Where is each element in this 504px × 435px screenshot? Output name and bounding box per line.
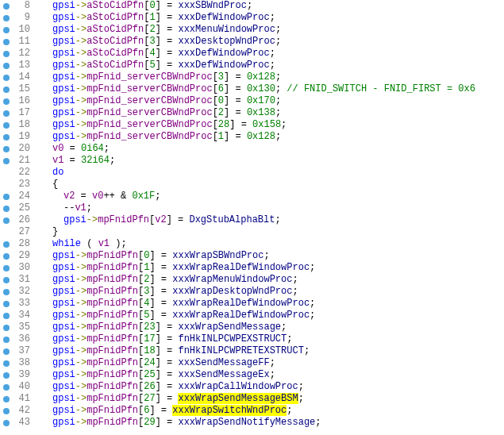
breakpoint-gutter[interactable] — [0, 146, 13, 152]
code-content[interactable]: gpsi->mpFnidPfn[29] = xxxWrapSendNotifyM… — [35, 417, 321, 429]
code-line[interactable]: 21v1 = 32i64; — [0, 155, 504, 167]
code-line[interactable]: 43gpsi->mpFnidPfn[29] = xxxWrapSendNotif… — [0, 417, 504, 429]
code-line[interactable]: 29gpsi->mpFnidPfn[0] = xxxWrapSBWndProc; — [0, 250, 504, 262]
code-editor[interactable]: 8gpsi->aStoCidPfn[0] = xxxSBWndProc;9gps… — [0, 0, 504, 429]
breakpoint-gutter[interactable] — [0, 3, 13, 10]
breakpoint-gutter[interactable] — [0, 372, 13, 379]
code-line[interactable]: 37gpsi->mpFnidPfn[18] = fnHkINLPCWPRETEX… — [0, 345, 504, 357]
breakpoint-gutter[interactable] — [0, 277, 13, 283]
code-content[interactable]: gpsi->mpFnidPfn[26] = xxxWrapCallWindowP… — [35, 381, 304, 393]
code-line[interactable]: 35gpsi->mpFnidPfn[23] = xxxWrapSendMessa… — [0, 321, 504, 333]
code-content[interactable]: v1 = 32i64; — [35, 155, 115, 167]
code-line[interactable]: 24v2 = v0++ & 0x1F; — [0, 191, 504, 202]
breakpoint-gutter[interactable] — [0, 110, 13, 117]
code-content[interactable]: gpsi->mpFnidPfn[18] = fnHkINLPCWPRETEXST… — [35, 345, 310, 357]
code-line[interactable]: 32gpsi->mpFnidPfn[3] = xxxWrapDesktopWnd… — [0, 286, 504, 298]
code-content[interactable]: gpsi->mpFnidPfn[0] = xxxWrapSBWndProc; — [35, 250, 270, 262]
code-content[interactable]: gpsi->mpFnidPfn[2] = xxxWrapMenuWindowPr… — [35, 274, 298, 286]
code-line[interactable]: 40gpsi->mpFnidPfn[26] = xxxWrapCallWindo… — [0, 381, 504, 393]
breakpoint-gutter[interactable] — [0, 206, 13, 212]
breakpoint-gutter[interactable] — [0, 301, 13, 307]
code-content[interactable]: gpsi->mpFnid_serverCBWndProc[28] = 0x158… — [35, 119, 287, 131]
code-line[interactable]: 34gpsi->mpFnidPfn[5] = xxxWrapRealDefWin… — [0, 310, 504, 321]
code-line[interactable]: 27} — [0, 226, 504, 238]
code-line[interactable]: 11gpsi->aStoCidPfn[3] = xxxDesktopWndPro… — [0, 36, 504, 48]
breakpoint-gutter[interactable] — [0, 122, 13, 129]
code-line[interactable]: 28while ( v1 ); — [0, 238, 504, 250]
code-line[interactable]: 10gpsi->aStoCidPfn[2] = xxxMenuWindowPro… — [0, 24, 504, 36]
code-line[interactable]: 15gpsi->mpFnid_serverCBWndProc[6] = 0x13… — [0, 83, 504, 95]
code-content[interactable]: gpsi->mpFnidPfn[1] = xxxWrapRealDefWindo… — [35, 262, 315, 274]
code-content[interactable]: gpsi->mpFnid_serverCBWndProc[6] = 0x130;… — [35, 83, 475, 95]
breakpoint-gutter[interactable] — [0, 265, 13, 271]
code-line[interactable]: 30gpsi->mpFnidPfn[1] = xxxWrapRealDefWin… — [0, 262, 504, 274]
breakpoint-gutter[interactable] — [0, 384, 13, 391]
code-line[interactable]: 23{ — [0, 179, 504, 191]
code-line[interactable]: 19gpsi->mpFnid_serverCBWndProc[1] = 0x12… — [0, 131, 504, 143]
breakpoint-gutter[interactable] — [0, 241, 13, 248]
code-content[interactable]: gpsi->mpFnid_serverCBWndProc[2] = 0x138; — [35, 107, 281, 119]
code-content[interactable]: v0 = 0i64; — [35, 143, 110, 155]
code-content[interactable]: gpsi->mpFnidPfn[17] = fnHkINLPCWPEXSTRUC… — [35, 333, 292, 345]
code-line[interactable]: 20v0 = 0i64; — [0, 143, 504, 155]
code-content[interactable]: gpsi->mpFnid_serverCBWndProc[0] = 0x170; — [35, 95, 281, 107]
code-content[interactable]: gpsi->aStoCidPfn[3] = xxxDesktopWndProc; — [35, 36, 281, 48]
code-line[interactable]: 33gpsi->mpFnidPfn[4] = xxxWrapRealDefWin… — [0, 298, 504, 310]
code-content[interactable]: gpsi->mpFnidPfn[v2] = DxgStubAlphaBlt; — [35, 214, 281, 226]
breakpoint-gutter[interactable] — [0, 158, 13, 164]
code-line[interactable]: 38gpsi->mpFnidPfn[24] = xxxSendMessageFF… — [0, 357, 504, 369]
code-content[interactable]: gpsi->mpFnidPfn[4] = xxxWrapRealDefWindo… — [35, 298, 315, 310]
code-line[interactable]: 41gpsi->mpFnidPfn[27] = xxxWrapSendMessa… — [0, 393, 504, 405]
code-line[interactable]: 17gpsi->mpFnid_serverCBWndProc[2] = 0x13… — [0, 107, 504, 119]
code-line[interactable]: 39gpsi->mpFnidPfn[25] = xxxSendMessageEx… — [0, 369, 504, 381]
code-line[interactable]: 25--v1; — [0, 202, 504, 214]
breakpoint-gutter[interactable] — [0, 325, 13, 331]
breakpoint-gutter[interactable] — [0, 134, 13, 141]
code-line[interactable]: 13gpsi->aStoCidPfn[5] = xxxDefWindowProc… — [0, 60, 504, 71]
breakpoint-gutter[interactable] — [0, 98, 13, 105]
code-content[interactable]: gpsi->aStoCidPfn[1] = xxxDefWindowProc; — [35, 12, 275, 24]
breakpoint-gutter[interactable] — [0, 348, 13, 355]
breakpoint-gutter[interactable] — [0, 408, 13, 414]
breakpoint-gutter[interactable] — [0, 253, 13, 260]
breakpoint-gutter[interactable] — [0, 39, 13, 45]
breakpoint-gutter[interactable] — [0, 27, 13, 33]
breakpoint-gutter[interactable] — [0, 420, 13, 426]
code-content[interactable]: gpsi->mpFnidPfn[23] = xxxWrapSendMessage… — [35, 321, 287, 333]
breakpoint-gutter[interactable] — [0, 217, 13, 224]
code-line[interactable]: 18gpsi->mpFnid_serverCBWndProc[28] = 0x1… — [0, 119, 504, 131]
code-line[interactable]: 16gpsi->mpFnid_serverCBWndProc[0] = 0x17… — [0, 95, 504, 107]
code-content[interactable]: gpsi->mpFnidPfn[27] = xxxWrapSendMessage… — [35, 393, 304, 405]
code-line[interactable]: 42gpsi->mpFnidPfn[6] = xxxWrapSwitchWndP… — [0, 405, 504, 417]
code-line[interactable]: 31gpsi->mpFnidPfn[2] = xxxWrapMenuWindow… — [0, 274, 504, 286]
code-content[interactable]: gpsi->mpFnidPfn[3] = xxxWrapDesktopWndPr… — [35, 286, 298, 298]
code-line[interactable]: 9gpsi->aStoCidPfn[1] = xxxDefWindowProc; — [0, 12, 504, 24]
breakpoint-gutter[interactable] — [0, 360, 13, 367]
breakpoint-gutter[interactable] — [0, 75, 13, 81]
code-content[interactable]: { — [35, 179, 58, 191]
code-content[interactable]: gpsi->mpFnidPfn[5] = xxxWrapRealDefWindo… — [35, 310, 315, 321]
breakpoint-gutter[interactable] — [0, 15, 13, 21]
code-content[interactable]: gpsi->aStoCidPfn[5] = xxxDefWindowProc; — [35, 60, 275, 71]
code-line[interactable]: 14gpsi->mpFnid_serverCBWndProc[3] = 0x12… — [0, 71, 504, 83]
code-content[interactable]: while ( v1 ); — [35, 238, 127, 250]
breakpoint-gutter[interactable] — [0, 396, 13, 402]
code-content[interactable]: gpsi->mpFnid_serverCBWndProc[3] = 0x128; — [35, 71, 281, 83]
breakpoint-gutter[interactable] — [0, 337, 13, 343]
code-content[interactable]: do — [35, 167, 63, 179]
breakpoint-gutter[interactable] — [0, 63, 13, 69]
code-content[interactable]: gpsi->mpFnidPfn[6] = xxxWrapSwitchWndPro… — [35, 405, 292, 417]
breakpoint-gutter[interactable] — [0, 289, 13, 295]
code-line[interactable]: 26gpsi->mpFnidPfn[v2] = DxgStubAlphaBlt; — [0, 214, 504, 226]
code-content[interactable]: } — [35, 226, 58, 238]
code-content[interactable]: gpsi->mpFnid_serverCBWndProc[1] = 0x128; — [35, 131, 281, 143]
breakpoint-gutter[interactable] — [0, 313, 13, 319]
code-line[interactable]: 8gpsi->aStoCidPfn[0] = xxxSBWndProc; — [0, 0, 504, 12]
code-content[interactable]: --v1; — [35, 202, 92, 214]
code-content[interactable]: gpsi->aStoCidPfn[0] = xxxSBWndProc; — [35, 0, 252, 12]
code-content[interactable]: gpsi->aStoCidPfn[2] = xxxMenuWindowProc; — [35, 24, 281, 36]
code-line[interactable]: 12gpsi->aStoCidPfn[4] = xxxDefWindowProc… — [0, 48, 504, 60]
code-line[interactable]: 36gpsi->mpFnidPfn[17] = fnHkINLPCWPEXSTR… — [0, 333, 504, 345]
breakpoint-gutter[interactable] — [0, 194, 13, 200]
code-content[interactable]: v2 = v0++ & 0x1F; — [35, 191, 160, 202]
